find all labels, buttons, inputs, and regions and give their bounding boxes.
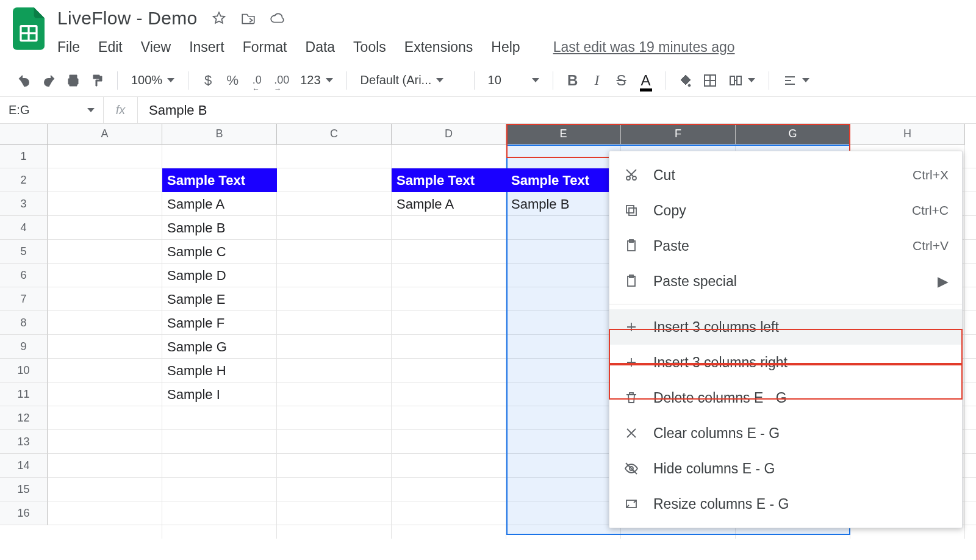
ctx-insert-columns-left[interactable]: Insert 3 columns left <box>609 309 962 345</box>
menu-file[interactable]: File <box>57 39 80 56</box>
spreadsheet-grid[interactable]: A B C D E F G H 1 2 3 4 5 6 7 8 9 10 11 … <box>0 124 976 539</box>
menu-format[interactable]: Format <box>243 39 287 56</box>
ctx-cut-shortcut: Ctrl+X <box>913 168 949 182</box>
document-title[interactable]: LiveFlow - Demo <box>57 8 198 29</box>
menu-insert[interactable]: Insert <box>189 39 224 56</box>
font-select[interactable]: Default (Ari... <box>356 68 465 93</box>
col-header-d[interactable]: D <box>392 124 506 145</box>
ctx-hide-label: Hide columns E - G <box>653 461 949 477</box>
horizontal-align-button[interactable] <box>778 68 814 93</box>
ctx-delete-columns[interactable]: Delete columns E - G <box>609 380 962 415</box>
titlebar: LiveFlow - Demo File Edit View Insert Fo… <box>0 0 976 56</box>
caret-down-icon <box>802 78 809 82</box>
paint-format-button[interactable] <box>87 68 109 93</box>
cell-b9[interactable]: Sample G <box>162 335 277 359</box>
row-header[interactable]: 7 <box>0 287 48 311</box>
percent-button[interactable]: % <box>221 68 243 93</box>
row-header[interactable]: 14 <box>0 454 48 478</box>
caret-down-icon <box>532 78 539 82</box>
currency-button[interactable]: $ <box>197 68 219 93</box>
borders-button[interactable] <box>699 68 721 93</box>
caret-down-icon <box>436 78 443 82</box>
name-box[interactable]: E:G <box>0 97 104 123</box>
col-header-a[interactable]: A <box>48 124 162 145</box>
row-header[interactable]: 11 <box>0 382 48 406</box>
formula-input[interactable]: Sample B <box>138 97 976 123</box>
sheets-logo-icon[interactable] <box>11 6 46 51</box>
row-header[interactable]: 15 <box>0 478 48 501</box>
print-button[interactable] <box>62 68 84 93</box>
merge-button[interactable] <box>723 68 760 93</box>
zoom-select[interactable]: 100% <box>126 68 179 93</box>
last-edit-link[interactable]: Last edit was 19 minutes ago <box>553 39 735 56</box>
ctx-insert-right-label: Insert 3 columns right <box>653 354 949 371</box>
bold-button[interactable]: B <box>562 68 584 93</box>
undo-button[interactable] <box>13 68 35 93</box>
cell-b10[interactable]: Sample H <box>162 359 277 382</box>
star-icon[interactable] <box>211 10 227 26</box>
col-header-e[interactable]: E <box>506 124 621 145</box>
ctx-insert-columns-right[interactable]: Insert 3 columns right <box>609 345 962 380</box>
ctx-resize-columns[interactable]: Resize columns E - G <box>609 486 962 522</box>
menu-edit[interactable]: Edit <box>98 39 123 56</box>
col-header-g[interactable]: G <box>736 124 850 145</box>
row-header[interactable]: 5 <box>0 240 48 264</box>
col-header-h[interactable]: H <box>850 124 965 145</box>
col-header-f[interactable]: F <box>621 124 736 145</box>
plus-icon <box>623 354 640 371</box>
ctx-insert-left-label: Insert 3 columns left <box>653 319 949 336</box>
ctx-copy[interactable]: Copy Ctrl+C <box>609 193 962 228</box>
row-header[interactable]: 16 <box>0 501 48 525</box>
cell-b6[interactable]: Sample D <box>162 264 277 287</box>
col-header-c[interactable]: C <box>277 124 392 145</box>
row-header[interactable]: 4 <box>0 216 48 240</box>
ctx-paste[interactable]: Paste Ctrl+V <box>609 228 962 264</box>
fill-color-button[interactable] <box>675 68 697 93</box>
redo-button[interactable] <box>38 68 60 93</box>
caret-down-icon <box>167 78 174 82</box>
col-header-b[interactable]: B <box>162 124 277 145</box>
ctx-cut[interactable]: Cut Ctrl+X <box>609 157 962 193</box>
row-header[interactable]: 1 <box>0 145 48 168</box>
cell-b4[interactable]: Sample B <box>162 216 277 240</box>
ctx-paste-special[interactable]: Paste special ▶ <box>609 264 962 299</box>
row-header[interactable]: 10 <box>0 359 48 382</box>
cloud-status-icon[interactable] <box>270 10 285 26</box>
cell-b2[interactable]: Sample Text <box>162 168 277 192</box>
menu-data[interactable]: Data <box>306 39 336 56</box>
row-header[interactable]: 13 <box>0 430 48 454</box>
row-header[interactable]: 12 <box>0 406 48 430</box>
ctx-hide-columns[interactable]: Hide columns E - G <box>609 451 962 486</box>
strikethrough-button[interactable]: S <box>611 68 633 93</box>
text-color-button[interactable]: A <box>635 68 657 93</box>
select-all-corner[interactable] <box>0 124 48 145</box>
menu-tools[interactable]: Tools <box>353 39 386 56</box>
cells-area[interactable]: Sample Text Sample Text Sample Text Samp… <box>48 145 976 539</box>
font-value: Default (Ari... <box>361 73 432 87</box>
number-format-select[interactable]: 123 <box>295 68 337 93</box>
cell-b11[interactable]: Sample I <box>162 382 277 406</box>
menu-help[interactable]: Help <box>491 39 520 56</box>
font-size-select[interactable]: 10 <box>483 68 544 93</box>
move-icon[interactable] <box>240 10 256 26</box>
row-header[interactable]: 8 <box>0 311 48 335</box>
menu-view[interactable]: View <box>141 39 171 56</box>
increase-decimal-button[interactable]: .00→ <box>270 68 293 93</box>
cell-b7[interactable]: Sample E <box>162 287 277 311</box>
cell-d2[interactable]: Sample Text <box>392 168 506 192</box>
cell-b5[interactable]: Sample C <box>162 240 277 264</box>
cell-b8[interactable]: Sample F <box>162 311 277 335</box>
decrease-decimal-button[interactable]: .0← <box>246 68 268 93</box>
cell-b3[interactable]: Sample A <box>162 192 277 216</box>
row-header[interactable]: 3 <box>0 192 48 216</box>
caret-down-icon <box>326 78 333 82</box>
cell-e2[interactable]: Sample Text <box>506 168 621 192</box>
italic-button[interactable]: I <box>586 68 608 93</box>
ctx-clear-columns[interactable]: Clear columns E - G <box>609 415 962 451</box>
row-header[interactable]: 2 <box>0 168 48 192</box>
menu-extensions[interactable]: Extensions <box>404 39 473 56</box>
cell-e3[interactable]: Sample B <box>506 192 621 216</box>
row-header[interactable]: 6 <box>0 264 48 287</box>
row-header[interactable]: 9 <box>0 335 48 359</box>
cell-d3[interactable]: Sample A <box>392 192 506 216</box>
